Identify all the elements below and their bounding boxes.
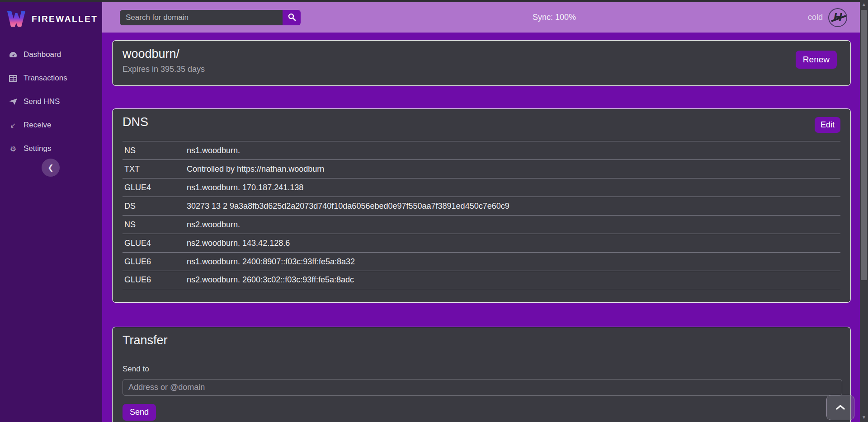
- scrollbar-up-arrow-icon[interactable]: ▲: [860, 1, 868, 8]
- brand-name: FIREWALLET: [32, 14, 98, 24]
- dns-record-row: GLUE4 ns1.woodburn. 170.187.241.138: [123, 178, 840, 197]
- search-input[interactable]: [120, 10, 283, 25]
- search-icon: [288, 13, 296, 22]
- transfer-address-input[interactable]: [123, 379, 842, 396]
- scrollbar-down-arrow-icon[interactable]: ▼: [860, 414, 868, 421]
- wallet-zone: cold H: [808, 8, 847, 27]
- scroll-to-top-button[interactable]: [826, 395, 854, 420]
- dns-edit-button[interactable]: Edit: [815, 117, 840, 133]
- dns-record-value: ns2.woodburn. 143.42.128.6: [187, 239, 290, 248]
- dns-record-value: ns1.woodburn. 2400:8907::f03c:93ff:fe5a:…: [187, 257, 355, 267]
- send-button[interactable]: Send: [123, 404, 156, 421]
- sidebar-item-send-hns[interactable]: Send HNS: [0, 90, 102, 113]
- dns-record-value: ns2.woodburn. 2600:3c02::f03c:93ff:fe5a:…: [187, 275, 354, 285]
- gear-icon: ⚙: [8, 145, 18, 153]
- send-icon: [8, 98, 18, 105]
- sidebar-item-dashboard[interactable]: Dashboard: [0, 43, 102, 66]
- dns-record-row: GLUE6 ns1.woodburn. 2400:8907::f03c:93ff…: [123, 252, 840, 271]
- handshake-logo-icon[interactable]: H: [828, 8, 847, 27]
- dns-record-type: GLUE4: [123, 239, 187, 248]
- dns-record-row: NS ns1.woodburn.: [123, 141, 840, 159]
- dns-record-type: GLUE6: [123, 275, 187, 285]
- dns-title: DNS: [123, 115, 840, 129]
- firewallet-logo-icon: [7, 11, 25, 27]
- transfer-title: Transfer: [123, 333, 840, 347]
- app-window: FIREWALLET Dashboard Transactions Send H…: [0, 0, 868, 422]
- dns-record-type: TXT: [123, 164, 187, 174]
- header: Sync: 100% cold H: [102, 2, 860, 33]
- renew-button[interactable]: Renew: [796, 51, 837, 69]
- search-button[interactable]: [283, 10, 301, 25]
- dns-record-row: NS ns2.woodburn.: [123, 215, 840, 234]
- dashboard-icon: [8, 51, 18, 58]
- table-icon: [8, 75, 18, 82]
- dns-record-value: 30273 13 2 9a3a8fb3d625d2a2073d740f10da6…: [187, 202, 509, 211]
- sidebar-item-label: Dashboard: [24, 50, 61, 59]
- dns-record-type: DS: [123, 202, 187, 211]
- dns-record-type: GLUE4: [123, 183, 187, 192]
- receive-arrow-icon: ↙: [8, 121, 18, 130]
- sidebar-item-receive[interactable]: ↙ Receive: [0, 113, 102, 137]
- dns-record-type: GLUE6: [123, 257, 187, 267]
- domain-card: woodburn/ Expires in 395.35 days Renew: [112, 40, 851, 86]
- main-content: woodburn/ Expires in 395.35 days Renew D…: [102, 33, 860, 422]
- send-to-label: Send to: [123, 365, 840, 374]
- dns-record-type: NS: [123, 220, 187, 230]
- sidebar: FIREWALLET Dashboard Transactions Send H…: [0, 2, 102, 422]
- sidebar-item-settings[interactable]: ⚙ Settings: [0, 137, 102, 160]
- wallet-name: cold: [808, 13, 823, 22]
- dns-record-value: ns1.woodburn.: [187, 146, 240, 155]
- chevron-up-icon: [836, 404, 845, 411]
- window-scrollbar[interactable]: ▲ ▼: [860, 0, 868, 422]
- dns-record-value: Controlled by https://nathan.woodburn: [187, 164, 324, 174]
- sync-status: Sync: 100%: [301, 13, 808, 22]
- domain-expiry: Expires in 395.35 days: [123, 65, 840, 74]
- domain-title: woodburn/: [123, 47, 840, 61]
- sidebar-item-label: Receive: [24, 121, 51, 130]
- sidebar-nav: Dashboard Transactions Send HNS ↙ Receiv…: [0, 43, 102, 160]
- dns-records-table: NS ns1.woodburn. TXT Controlled by https…: [123, 141, 840, 289]
- sidebar-collapse-button[interactable]: ❮: [42, 159, 60, 177]
- dns-record-row: GLUE4 ns2.woodburn. 143.42.128.6: [123, 234, 840, 252]
- sidebar-item-label: Send HNS: [24, 97, 60, 106]
- domain-search: [120, 10, 301, 25]
- sidebar-item-transactions[interactable]: Transactions: [0, 66, 102, 90]
- dns-record-value: ns2.woodburn.: [187, 220, 240, 230]
- sidebar-item-label: Settings: [24, 144, 51, 153]
- sidebar-item-label: Transactions: [24, 74, 67, 83]
- dns-record-row: GLUE6 ns2.woodburn. 2600:3c02::f03c:93ff…: [123, 271, 840, 289]
- dns-record-type: NS: [123, 146, 187, 155]
- brand[interactable]: FIREWALLET: [0, 2, 102, 29]
- transfer-card: Transfer Send to Send: [112, 327, 851, 422]
- dns-record-value: ns1.woodburn. 170.187.241.138: [187, 183, 303, 192]
- dns-record-row: TXT Controlled by https://nathan.woodbur…: [123, 159, 840, 178]
- dns-card: DNS Edit NS ns1.woodburn. TXT Controlled…: [112, 108, 851, 303]
- scrollbar-thumb[interactable]: [861, 10, 867, 280]
- dns-record-row: DS 30273 13 2 9a3a8fb3d625d2a2073d740f10…: [123, 197, 840, 215]
